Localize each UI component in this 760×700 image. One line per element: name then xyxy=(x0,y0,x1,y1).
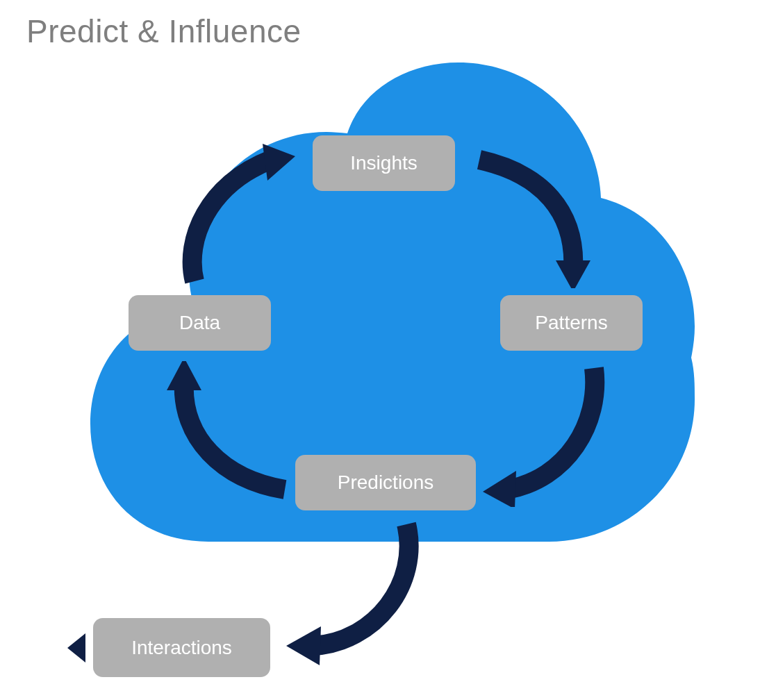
svg-marker-5 xyxy=(67,633,85,662)
arrow-predictions-to-interactions xyxy=(278,521,438,667)
node-predictions-label: Predictions xyxy=(338,472,434,494)
node-insights-label: Insights xyxy=(350,152,418,174)
cloud-diagram: Insights Patterns Predictions Data xyxy=(90,62,695,549)
node-interactions-label: Interactions xyxy=(131,637,232,659)
svg-marker-1 xyxy=(556,260,590,288)
svg-marker-4 xyxy=(286,626,321,665)
node-data-label: Data xyxy=(179,312,220,334)
svg-marker-3 xyxy=(167,361,201,390)
arrow-patterns-to-predictions xyxy=(476,361,615,507)
node-interactions: Interactions xyxy=(93,618,270,677)
node-insights: Insights xyxy=(313,135,455,191)
node-predictions: Predictions xyxy=(295,455,476,510)
page-title: Predict & Influence xyxy=(26,12,301,50)
node-data: Data xyxy=(129,295,271,351)
arrow-insights-to-patterns xyxy=(465,142,604,288)
exit-arrow-icon xyxy=(66,633,87,665)
node-patterns-label: Patterns xyxy=(535,312,607,334)
arrow-predictions-to-data xyxy=(160,361,299,507)
svg-marker-2 xyxy=(483,471,516,507)
node-patterns: Patterns xyxy=(500,295,643,351)
arrow-data-to-insights xyxy=(174,142,313,288)
svg-marker-0 xyxy=(263,144,295,181)
